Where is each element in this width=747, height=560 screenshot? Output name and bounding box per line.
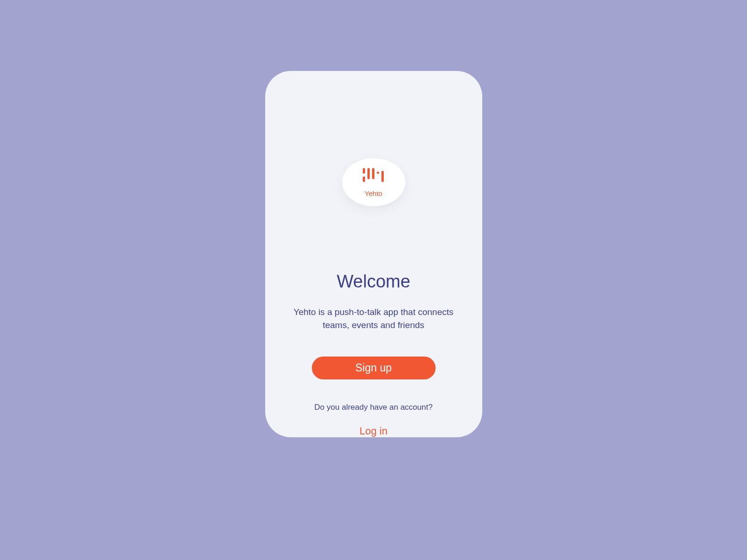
logo-text: Yehto: [365, 189, 382, 197]
svg-rect-3: [372, 168, 374, 179]
svg-rect-1: [363, 176, 365, 182]
welcome-card: Yehto Welcome Yehto is a push-to-talk ap…: [265, 71, 482, 437]
svg-rect-5: [381, 171, 384, 182]
svg-rect-0: [363, 168, 365, 174]
signup-button[interactable]: Sign up: [312, 357, 436, 379]
svg-rect-2: [367, 168, 370, 179]
account-prompt: Do you already have an account?: [314, 403, 432, 412]
welcome-heading: Welcome: [337, 272, 410, 292]
yehto-logo-icon: [362, 167, 385, 187]
svg-point-4: [377, 171, 379, 174]
logo-container: Yehto: [342, 158, 405, 206]
login-link[interactable]: Log in: [359, 425, 388, 437]
welcome-description: Yehto is a push-to-talk app that connect…: [285, 306, 462, 332]
